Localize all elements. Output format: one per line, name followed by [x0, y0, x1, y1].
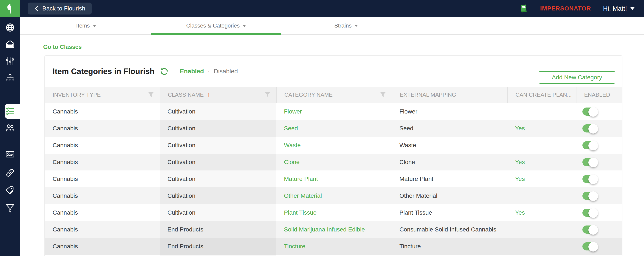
cell-external-mapping: Flower	[392, 103, 507, 120]
refresh-icon[interactable]	[160, 67, 169, 76]
sidebar-item-facility[interactable]	[5, 39, 15, 49]
table-row[interactable]: Cannabis Cultivation Seed Seed Yes	[45, 120, 622, 137]
toggle-knob	[588, 107, 598, 117]
cell-enabled	[576, 137, 622, 154]
docs-book-icon[interactable]	[519, 4, 528, 13]
table-row[interactable]: Cannabis Cultivation Flower Flower	[45, 103, 622, 120]
column-header-external-mapping[interactable]: EXTERNAL MAPPING	[392, 87, 507, 103]
cell-enabled	[576, 221, 622, 238]
category-name-link[interactable]: Flower	[276, 103, 392, 120]
cell-class-name	[160, 255, 276, 256]
enabled-toggle[interactable]	[582, 192, 598, 200]
column-header-can-create-plantings[interactable]: CAN CREATE PLAN...	[507, 87, 576, 103]
cell-external-mapping: Clone	[392, 154, 507, 170]
category-name-link[interactable]: Plant Tissue	[276, 204, 392, 221]
sidebar-item-filter[interactable]	[5, 203, 15, 213]
add-new-category-button[interactable]: Add New Category	[539, 71, 615, 84]
cell-class-name: Cultivation	[160, 120, 276, 137]
table-row[interactable]: Cannabis Cultivation Plant Tissue Plant …	[45, 204, 622, 221]
enabled-toggle[interactable]	[582, 175, 598, 183]
cell-enabled	[576, 204, 622, 221]
category-name-link[interactable]: Clone	[276, 154, 392, 170]
back-to-flourish-button[interactable]: Back to Flourish	[28, 2, 92, 14]
table-row[interactable]: Cannabis End Products Solid Marijuana In…	[45, 221, 622, 238]
go-to-classes-link[interactable]: Go to Classes	[43, 44, 82, 50]
enabled-toggle[interactable]	[582, 226, 598, 234]
category-name-link[interactable]: Solid Marijuana Infused Edible	[276, 221, 392, 238]
table-row[interactable]: Cannabis Cultivation Mature Plant Mature…	[45, 170, 622, 187]
sidebar-item-organization[interactable]	[5, 73, 15, 83]
tags-icon	[5, 185, 15, 195]
people-icon	[5, 123, 15, 133]
cell-external-mapping: Consumable Solid Infused Cannabis	[392, 221, 507, 238]
sidebar-item-people[interactable]	[5, 123, 15, 133]
funnel-drop-icon	[5, 203, 15, 213]
tab-strains[interactable]: Strains	[281, 17, 411, 34]
cell-enabled	[576, 154, 622, 170]
toggle-knob	[588, 191, 598, 201]
navbar-right-cluster: IMPERSONATOR Hi, Matt!	[519, 0, 634, 17]
column-label: CAN CREATE PLAN...	[516, 92, 572, 98]
cell-can-create-plantings	[507, 137, 576, 154]
table-row[interactable]: Cannabis Cultivation Other Material Othe…	[45, 187, 622, 204]
cell-can-create-plantings	[507, 187, 576, 204]
enabled-toggle[interactable]	[582, 124, 598, 132]
cell-enabled	[576, 187, 622, 204]
table-row-hovered[interactable]: Cannabis End Products Tincture Tincture	[45, 238, 622, 255]
category-name-link[interactable]: Other Material	[276, 187, 392, 204]
sidebar-item-integrations[interactable]	[5, 168, 15, 178]
tab-items[interactable]: Items	[21, 17, 151, 34]
category-name-link[interactable]: Mature Plant	[276, 170, 392, 187]
column-label: INVENTORY TYPE	[52, 92, 101, 98]
cell-class-name: Cultivation	[160, 154, 276, 170]
filter-funnel-icon[interactable]	[265, 92, 270, 98]
chevron-down-icon	[93, 25, 96, 27]
filter-enabled-option[interactable]: Enabled	[180, 68, 204, 75]
enabled-toggle[interactable]	[582, 108, 598, 116]
category-name-link[interactable]: Tincture	[276, 238, 392, 255]
cell-class-name: End Products	[160, 221, 276, 238]
cell-external-mapping: Other Material	[392, 187, 507, 204]
cell-class-name: Cultivation	[160, 170, 276, 187]
table-row-partial	[45, 255, 622, 256]
filter-funnel-icon[interactable]	[380, 92, 386, 98]
table-row[interactable]: Cannabis Cultivation Clone Clone Yes	[45, 154, 622, 170]
enabled-toggle[interactable]	[582, 158, 598, 166]
leaf-icon	[5, 3, 15, 14]
user-menu[interactable]: Hi, Matt!	[603, 5, 634, 12]
column-header-enabled[interactable]: ENABLED	[576, 87, 622, 103]
cell-can-create-plantings: Yes	[507, 154, 576, 170]
id-card-icon	[5, 149, 15, 159]
sidebar-item-contacts[interactable]	[5, 149, 15, 159]
column-label: CATEGORY NAME	[284, 92, 332, 98]
sidebar-item-globe[interactable]	[5, 22, 15, 33]
cell-inventory-type: Cannabis	[45, 187, 160, 204]
column-header-inventory-type[interactable]: INVENTORY TYPE	[45, 87, 160, 103]
enabled-toggle[interactable]	[582, 209, 598, 217]
cell-inventory-type: Cannabis	[45, 221, 160, 238]
flourish-logo[interactable]	[0, 0, 20, 17]
table-header-row: INVENTORY TYPE CLASS NAME ↑ CATEGORY NAM…	[45, 87, 622, 103]
cell-class-name: Cultivation	[160, 103, 276, 120]
table-row[interactable]: Cannabis Cultivation Waste Waste	[45, 137, 622, 154]
cell-enabled	[576, 103, 622, 120]
cell-class-name: End Products	[160, 238, 276, 255]
cell-inventory-type: Cannabis	[45, 154, 160, 170]
cell-external-mapping: Waste	[392, 137, 507, 154]
cell-inventory-type: Cannabis	[45, 170, 160, 187]
globe-icon	[5, 23, 15, 32]
category-name-link[interactable]: Seed	[276, 120, 392, 137]
enabled-toggle[interactable]	[582, 242, 598, 251]
category-name-link[interactable]: Waste	[276, 137, 392, 154]
enabled-toggle[interactable]	[582, 141, 598, 149]
column-header-class-name[interactable]: CLASS NAME ↑	[160, 87, 276, 103]
tab-classes-categories[interactable]: Classes & Categories	[151, 17, 281, 34]
chevron-down-icon	[630, 7, 634, 10]
sidebar-item-settings[interactable]	[5, 56, 15, 66]
sidebar-item-tags[interactable]	[5, 185, 15, 195]
column-header-category-name[interactable]: CATEGORY NAME	[276, 87, 392, 103]
filter-disabled-option[interactable]: Disabled	[214, 68, 238, 75]
hierarchy-icon	[5, 73, 15, 83]
sidebar-item-items-active[interactable]	[5, 106, 15, 117]
filter-funnel-icon[interactable]	[148, 92, 154, 98]
